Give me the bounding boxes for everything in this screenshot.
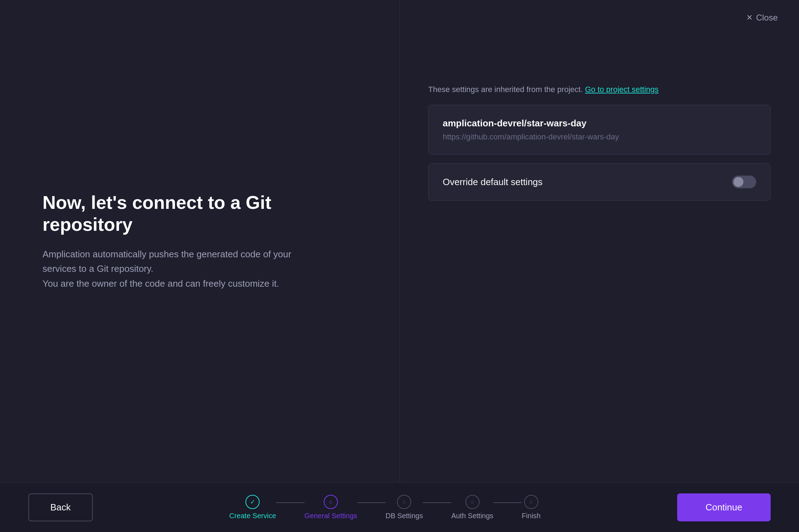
left-body-line2: services to a Git repository. <box>42 263 153 274</box>
project-settings-link[interactable]: Go to project settings <box>585 85 659 94</box>
inherited-notice: These settings are inherited from the pr… <box>428 85 771 94</box>
step-label-finish: Finish <box>522 512 540 520</box>
override-label: Override default settings <box>443 177 543 188</box>
step-label-general-settings: General Settings <box>305 512 357 520</box>
toggle-slider <box>732 176 756 188</box>
step-circle-general-settings: ○ <box>324 495 338 509</box>
step-circle-auth-settings: ○ <box>465 495 480 509</box>
left-body-line1: Amplication automatically pushes the gen… <box>42 249 291 259</box>
close-label: Close <box>756 13 778 23</box>
close-icon: ✕ <box>746 13 753 22</box>
step-db-settings: ○ DB Settings <box>386 495 423 520</box>
modal-body: Now, let's connect to a Git repository A… <box>0 0 799 482</box>
left-body-line3: You are the owner of the code and can fr… <box>42 278 279 289</box>
override-card: Override default settings <box>428 163 771 201</box>
connector-4 <box>493 502 522 503</box>
step-circle-finish: ○ <box>524 495 538 509</box>
step-label-create-service: Create Service <box>229 512 276 520</box>
stepper: ✓ Create Service ○ General Settings ○ DB… <box>229 495 540 520</box>
connector-1 <box>276 502 305 503</box>
right-panel: ✕ Close These settings are inherited fro… <box>400 0 799 482</box>
step-circle-create-service: ✓ <box>245 495 260 509</box>
continue-button[interactable]: Continue <box>677 493 771 521</box>
left-panel: Now, let's connect to a Git repository A… <box>0 0 400 482</box>
step-label-auth-settings: Auth Settings <box>451 512 493 520</box>
right-content: These settings are inherited from the pr… <box>428 85 771 201</box>
repo-url: https://github.com/amplication-devrel/st… <box>443 132 756 142</box>
repo-card[interactable]: amplication-devrel/star-wars-day https:/… <box>428 105 771 155</box>
modal-overlay: Now, let's connect to a Git repository A… <box>0 0 799 532</box>
repo-name: amplication-devrel/star-wars-day <box>443 118 756 129</box>
override-toggle[interactable] <box>732 176 756 188</box>
close-button[interactable]: ✕ Close <box>746 13 778 23</box>
connector-3 <box>423 502 451 503</box>
connector-2 <box>357 502 386 503</box>
step-create-service: ✓ Create Service <box>229 495 276 520</box>
step-auth-settings: ○ Auth Settings <box>451 495 493 520</box>
back-button[interactable]: Back <box>28 493 93 521</box>
left-body: Amplication automatically pushes the gen… <box>42 247 357 291</box>
step-general-settings: ○ General Settings <box>305 495 357 520</box>
footer: Back ✓ Create Service ○ General Settings… <box>0 482 799 532</box>
step-label-db-settings: DB Settings <box>386 512 423 520</box>
step-circle-db-settings: ○ <box>397 495 411 509</box>
step-finish: ○ Finish <box>522 495 540 520</box>
left-heading: Now, let's connect to a Git repository <box>42 191 357 236</box>
